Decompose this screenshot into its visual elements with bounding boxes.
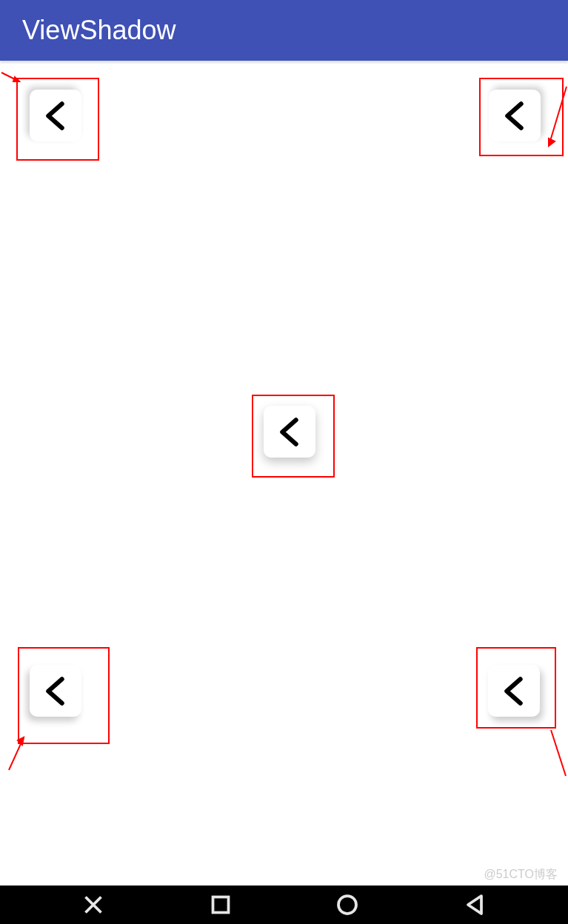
chevron-left-icon [38,673,74,709]
square-icon[interactable] [207,891,234,918]
system-nav-bar [0,886,568,924]
svg-rect-7 [213,897,228,913]
app-bar: ViewShadow [0,0,568,61]
svg-line-2 [549,87,567,146]
shadow-card-top-right[interactable] [489,90,541,141]
shadow-card-bottom-left[interactable] [30,665,81,717]
annotation-arrow-bottom-left [6,733,28,774]
circle-icon[interactable] [334,891,361,918]
annotation-arrow-top-right [544,85,568,152]
shadow-card-bottom-right[interactable] [488,665,540,717]
svg-marker-1 [13,77,19,81]
close-icon[interactable] [80,891,107,918]
watermark: @51CTO博客 [484,867,558,883]
annotation-arrow-bottom-right [535,727,568,779]
chevron-left-icon [272,414,308,450]
shadow-card-center[interactable] [264,406,315,458]
triangle-back-icon[interactable] [461,891,488,918]
chevron-left-icon [497,98,533,134]
annotation-arrow-top-left [0,71,22,86]
svg-line-6 [551,730,566,776]
chevron-left-icon [38,98,74,134]
app-title: ViewShadow [22,15,176,46]
shadow-card-top-left[interactable] [30,90,81,141]
svg-point-8 [338,896,356,914]
chevron-left-icon [496,673,532,709]
svg-marker-3 [549,138,555,146]
svg-marker-5 [18,737,24,745]
